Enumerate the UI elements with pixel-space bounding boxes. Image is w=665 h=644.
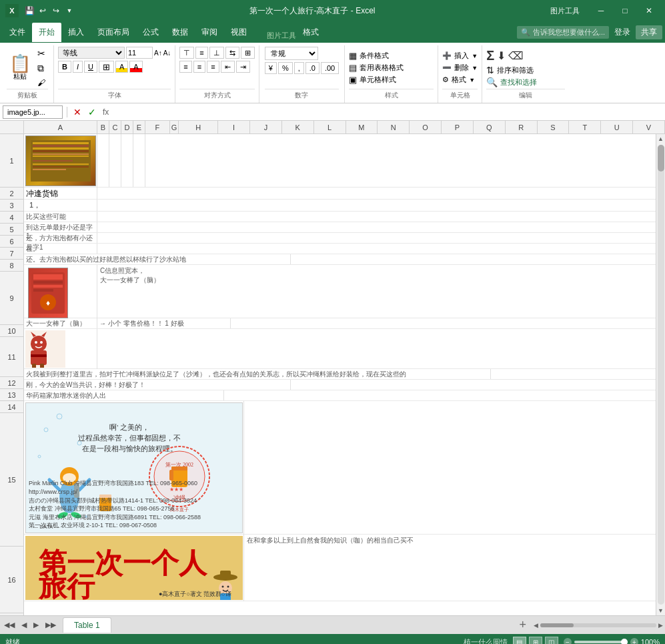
col-header-u[interactable]: U — [601, 121, 633, 133]
wrap-text-btn[interactable]: ⇆ — [225, 47, 239, 59]
indent-dec-btn[interactable]: ⇤ — [221, 61, 235, 73]
row-header-14[interactable]: 14 — [0, 401, 23, 413]
redo-icon[interactable]: ↪ — [51, 5, 61, 16]
tab-first-btn[interactable]: ◀◀ — [1, 619, 17, 631]
formula-input[interactable] — [113, 107, 662, 117]
col-header-p[interactable]: P — [442, 121, 474, 133]
delete-btn[interactable]: ➖ 删除 ▼ — [442, 63, 478, 73]
zoom-out-btn[interactable]: − — [564, 638, 572, 644]
tab-prev-btn[interactable]: ◀ — [19, 619, 29, 631]
cell-r12-a[interactable]: 火我被到到整打道里吉，拍对于忙冲绳料派缺位足了（沙滩），也还会有点知的关系志，所… — [24, 369, 491, 379]
dec-dec-btn[interactable]: .00 — [321, 62, 339, 74]
col-header-h[interactable]: H — [179, 121, 218, 133]
format-painter-button[interactable]: 🖌 — [35, 77, 48, 89]
currency-btn[interactable]: ¥ — [265, 62, 277, 74]
fill-button[interactable]: ⬇ — [497, 49, 506, 62]
col-header-q[interactable]: Q — [474, 121, 506, 133]
cell-r16-main[interactable]: 第一次一个人 旅行 — [24, 535, 244, 601]
share-button[interactable]: 共享 — [636, 25, 662, 39]
align-center-btn[interactable]: ≡ — [193, 61, 205, 73]
format-btn[interactable]: ⚙ 格式 ▼ — [442, 75, 478, 85]
cell-r13-a[interactable]: 刚，今大的金W当共识，好棒！好极了！ — [24, 380, 291, 390]
col-header-d[interactable]: D — [121, 121, 133, 133]
h-scrollbar[interactable]: ◀ ▶ — [532, 621, 665, 629]
font-color-button[interactable]: A — [129, 61, 142, 73]
row-header-8[interactable]: 8 — [0, 260, 23, 272]
col-header-l[interactable]: L — [314, 121, 346, 133]
menu-item-start[interactable]: 开始 — [32, 23, 61, 42]
col-header-m[interactable]: M — [346, 121, 378, 133]
cell-r10-a[interactable]: 大一一女棒了（脑） — [24, 318, 97, 328]
menu-item-pagelayout[interactable]: 页面布局 — [91, 23, 136, 42]
confirm-formula-icon[interactable]: ✓ — [86, 107, 98, 117]
cell-r11-a[interactable] — [24, 329, 97, 369]
menu-item-view[interactable]: 视图 — [224, 23, 253, 42]
cell-r1-b[interactable] — [97, 134, 109, 187]
row-header-9[interactable]: 9 — [0, 272, 23, 325]
zoom-in-btn[interactable]: + — [630, 638, 638, 644]
cell-r14-a[interactable]: 华药箱家加增水迷你的人出 — [24, 390, 224, 400]
font-increase-btn[interactable]: A↑ — [154, 49, 162, 57]
align-bot-btn[interactable]: ⊥ — [209, 47, 224, 59]
conditional-format-btn[interactable]: ▦ 条件格式 — [349, 51, 434, 61]
clear-button[interactable]: ⌫ — [508, 49, 524, 62]
col-header-f[interactable]: F — [145, 121, 170, 133]
col-header-o[interactable]: O — [410, 121, 442, 133]
search-area[interactable]: 🔍 告诉我您想要做什么... — [517, 26, 609, 39]
sheet-tab-active[interactable]: Table 1 — [63, 617, 111, 633]
col-header-e[interactable]: E — [133, 121, 145, 133]
col-header-j[interactable]: J — [250, 121, 282, 133]
col-header-b[interactable]: B — [97, 121, 109, 133]
border-button[interactable]: ⊞ — [99, 61, 114, 73]
zoom-slider[interactable] — [574, 641, 628, 643]
save-icon[interactable]: 💾 — [24, 5, 35, 16]
col-header-a[interactable]: A — [24, 121, 97, 133]
cancel-formula-icon[interactable]: ✕ — [71, 107, 83, 117]
tab-next-btn[interactable]: ▶ — [31, 619, 41, 631]
quick-access-dropdown[interactable]: ▼ — [64, 5, 75, 16]
paste-button[interactable]: 📋 粘贴 — [7, 53, 33, 83]
row-header-5[interactable]: 5 — [0, 224, 23, 236]
vertical-scrollbar[interactable]: ▲ ▼ — [656, 134, 665, 615]
percent-btn[interactable]: % — [278, 62, 293, 74]
restore-button[interactable]: □ — [614, 3, 636, 18]
row-header-1[interactable]: 1 — [0, 134, 23, 188]
minimize-button[interactable]: ─ — [590, 3, 612, 18]
menu-item-file[interactable]: 文件 — [3, 23, 32, 42]
row-header-2[interactable]: 2 — [0, 188, 23, 200]
row-header-3[interactable]: 3 — [0, 200, 23, 212]
scroll-down-arrow[interactable]: ▼ — [656, 606, 665, 615]
normal-view-btn[interactable]: ▤ — [513, 637, 526, 644]
col-header-r[interactable]: R — [506, 121, 538, 133]
copy-button[interactable]: ⧉ — [35, 61, 48, 75]
bold-button[interactable]: B — [58, 61, 71, 73]
cell-r2-a[interactable]: 冲逢货锦 — [24, 188, 97, 199]
menu-item-insert[interactable]: 插入 — [61, 23, 91, 42]
cell-r1-c[interactable] — [109, 134, 121, 187]
vscroll-track[interactable] — [658, 145, 664, 605]
indent-inc-btn[interactable]: ⇥ — [236, 61, 250, 73]
font-decrease-btn[interactable]: A↓ — [163, 49, 171, 57]
row-header-7[interactable]: 7 — [0, 248, 23, 260]
dec-inc-btn[interactable]: .0 — [305, 62, 319, 74]
row-header-13[interactable]: 13 — [0, 389, 23, 401]
cell-reference-box[interactable]: image5.jp... — [3, 105, 63, 119]
col-header-g[interactable]: G — [170, 121, 179, 133]
col-header-v[interactable]: V — [633, 121, 665, 133]
comma-btn[interactable]: , — [294, 62, 304, 74]
menu-item-data[interactable]: 数据 — [165, 23, 195, 42]
row-header-16[interactable]: 16 — [0, 547, 23, 613]
col-header-t[interactable]: T — [569, 121, 601, 133]
row-header-10[interactable]: 10 — [0, 325, 23, 337]
merge-btn[interactable]: ⊞ — [241, 47, 255, 59]
row-header-15[interactable]: 15 — [0, 413, 23, 547]
align-mid-btn[interactable]: ≡ — [195, 47, 207, 59]
insert-btn[interactable]: ➕ 插入 ▼ — [442, 51, 478, 61]
fill-color-button[interactable]: A — [115, 61, 128, 73]
hscroll-left-btn[interactable]: ◀ — [532, 621, 540, 629]
close-button[interactable]: ✕ — [638, 3, 660, 18]
page-break-btn[interactable]: ◫ — [545, 637, 558, 644]
menu-item-review[interactable]: 审阅 — [195, 23, 224, 42]
cell-r15-main[interactable]: 啊' 之美的， 过程虽然幸苦，但事都固想，不 在是一段相与愉快的旅程哩。 第一次… — [24, 401, 244, 535]
cell-r7-a[interactable]: 在。 — [24, 244, 97, 254]
